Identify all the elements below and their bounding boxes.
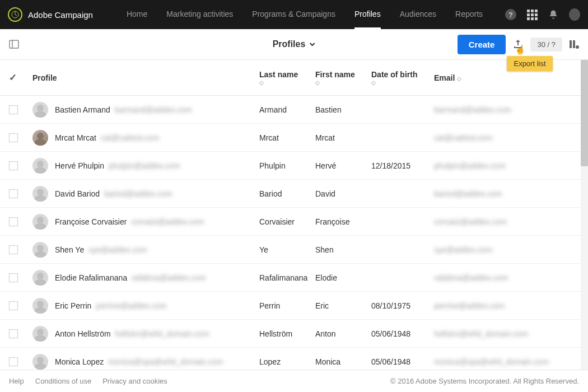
table-row[interactable]: David Bariod bariod@addex.comBariodDavid… <box>0 180 588 208</box>
scrollbar-track[interactable] <box>581 60 588 370</box>
row-checkbox[interactable] <box>9 189 18 198</box>
help-icon[interactable]: ? <box>505 9 516 20</box>
cell-email: corvaisi@addex.com <box>434 217 588 226</box>
nav-reports[interactable]: Reports <box>455 0 483 29</box>
profile-name: David Bariod <box>55 189 100 198</box>
column-last-name[interactable]: Last name◇ <box>259 70 315 86</box>
footer-conditions[interactable]: Conditions of use <box>35 377 91 385</box>
row-checkbox[interactable] <box>9 105 18 114</box>
cell-last-name: Ye <box>259 245 315 254</box>
avatar <box>32 298 48 314</box>
profile-email-blurred: phulpin@addex.com <box>109 161 180 170</box>
scrollbar-thumb[interactable] <box>581 60 588 166</box>
cell-last-name: Hellström <box>259 329 315 338</box>
cell-dob: 05/06/1948 <box>371 357 434 366</box>
table-row[interactable]: Françoise Corvaisier corvaisi@addex.comC… <box>0 208 588 236</box>
apps-icon[interactable] <box>526 9 538 20</box>
avatar <box>32 270 48 286</box>
cell-first-name: Bastien <box>315 105 371 114</box>
footer-copyright: © 2016 Adobe Systems Incorporated. All R… <box>390 377 579 385</box>
profile-email-blurred: bariod@addex.com <box>104 189 172 198</box>
avatar <box>32 326 48 342</box>
profile-email-blurred: rafalima@addex.com <box>132 273 206 282</box>
cell-email: bariod@addex.com <box>434 189 588 198</box>
create-button[interactable]: Create <box>458 35 506 54</box>
nav-audiences[interactable]: Audiences <box>400 0 436 29</box>
cell-last-name: Perrin <box>259 301 315 310</box>
panel-toggle-icon[interactable] <box>9 39 19 49</box>
row-checkbox[interactable] <box>9 301 18 310</box>
svg-rect-4 <box>573 40 575 48</box>
cell-email: phulpin@addex.com <box>434 161 588 170</box>
nav-menu: Home Marketing activities Programs & Cam… <box>127 0 483 29</box>
profile-name: Mrcat Mrcat <box>55 133 96 142</box>
cell-first-name: Mrcat <box>315 133 371 142</box>
cell-email: cat@cattest.com <box>434 133 588 142</box>
brand[interactable]: Adobe Campaign <box>8 7 93 22</box>
row-checkbox[interactable] <box>9 357 18 366</box>
table-row[interactable]: Hervé Phulpin phulpin@addex.comPhulpinHe… <box>0 152 588 180</box>
cell-last-name: Mrcat <box>259 133 315 142</box>
table-row[interactable]: Bastien Armand barmand@addex.comArmandBa… <box>0 96 588 124</box>
sort-icon: ◇ <box>315 80 371 86</box>
cell-dob: 08/10/1975 <box>371 301 434 310</box>
profile-email-blurred: corvaisi@addex.com <box>131 217 204 226</box>
avatar <box>32 130 48 146</box>
nav-programs[interactable]: Programs & Campaigns <box>252 0 335 29</box>
export-button[interactable]: ☝ Export list <box>512 39 524 50</box>
cell-dob: 05/06/1948 <box>371 329 434 338</box>
cell-last-name: Phulpin <box>259 161 315 170</box>
cell-email: barmand@addex.com <box>434 105 588 114</box>
top-nav: Adobe Campaign Home Marketing activities… <box>0 0 588 29</box>
view-title-dropdown[interactable]: Profiles <box>273 39 316 49</box>
nav-home[interactable]: Home <box>127 0 147 29</box>
row-checkbox[interactable] <box>9 133 18 142</box>
profile-name: Françoise Corvaisier <box>55 217 127 226</box>
record-count[interactable]: 30 / ? <box>530 38 562 52</box>
avatar <box>32 158 48 174</box>
table-row[interactable]: Eric Perrin perrine@addex.comPerrinEric0… <box>0 292 588 320</box>
table-row[interactable]: Mrcat Mrcat cat@cattest.comMrcatMrcatcat… <box>0 124 588 152</box>
select-all-column[interactable]: ✓ <box>9 72 32 83</box>
profile-name: Anton Hellström <box>55 329 111 338</box>
column-first-name[interactable]: First name◇ <box>315 70 371 86</box>
footer-help[interactable]: Help <box>9 377 24 385</box>
column-profile[interactable]: Profile <box>32 73 259 82</box>
cursor-icon: ☝ <box>515 44 526 55</box>
footer: Help Conditions of use Privacy and cooki… <box>0 370 588 392</box>
table-row[interactable]: Anton Hellström hellstro@whit_domain.com… <box>0 320 588 348</box>
sort-icon: ◇ <box>371 80 434 86</box>
avatar <box>32 102 48 118</box>
cell-email: monica@spa@whit_domain.com <box>434 357 588 366</box>
column-email[interactable]: Email ◇ <box>434 73 588 82</box>
export-tooltip: Export list <box>507 56 552 71</box>
bell-icon[interactable] <box>548 9 559 20</box>
row-checkbox[interactable] <box>9 273 18 282</box>
column-dob[interactable]: Date of birth◇ <box>371 70 434 86</box>
cell-dob: 12/18/2015 <box>371 161 434 170</box>
row-checkbox[interactable] <box>9 217 18 226</box>
nav-marketing[interactable]: Marketing activities <box>166 0 233 29</box>
cell-first-name: Françoise <box>315 217 371 226</box>
cell-email: sye@addex.com <box>434 245 588 254</box>
nav-profiles[interactable]: Profiles <box>354 0 381 29</box>
profile-email-blurred: monica@spa@whit_domain.com <box>108 357 223 366</box>
row-checkbox[interactable] <box>9 245 18 254</box>
row-checkbox[interactable] <box>9 329 18 338</box>
cell-last-name: Bariod <box>259 189 315 198</box>
profile-email-blurred: barmand@addex.com <box>115 105 192 114</box>
toolbar: Profiles Create ☝ Export list 30 / ? <box>0 29 588 60</box>
table-row[interactable]: Shen Ye sye@addex.comYeShensye@addex.com <box>0 236 588 264</box>
topbar-icons: ? <box>505 9 580 20</box>
avatar <box>32 354 48 370</box>
cell-last-name: Armand <box>259 105 315 114</box>
cell-first-name: Hervé <box>315 161 371 170</box>
profile-name: Bastien Armand <box>55 105 110 114</box>
configure-list-icon[interactable] <box>569 39 579 49</box>
chevron-down-icon <box>309 41 315 48</box>
user-avatar[interactable] <box>569 9 580 20</box>
table-row[interactable]: Elodie Rafalimanana rafalima@addex.comRa… <box>0 264 588 292</box>
footer-privacy[interactable]: Privacy and cookies <box>102 377 167 385</box>
row-checkbox[interactable] <box>9 161 18 170</box>
table-row[interactable]: Monica Lopez monica@spa@whit_domain.comL… <box>0 348 588 370</box>
